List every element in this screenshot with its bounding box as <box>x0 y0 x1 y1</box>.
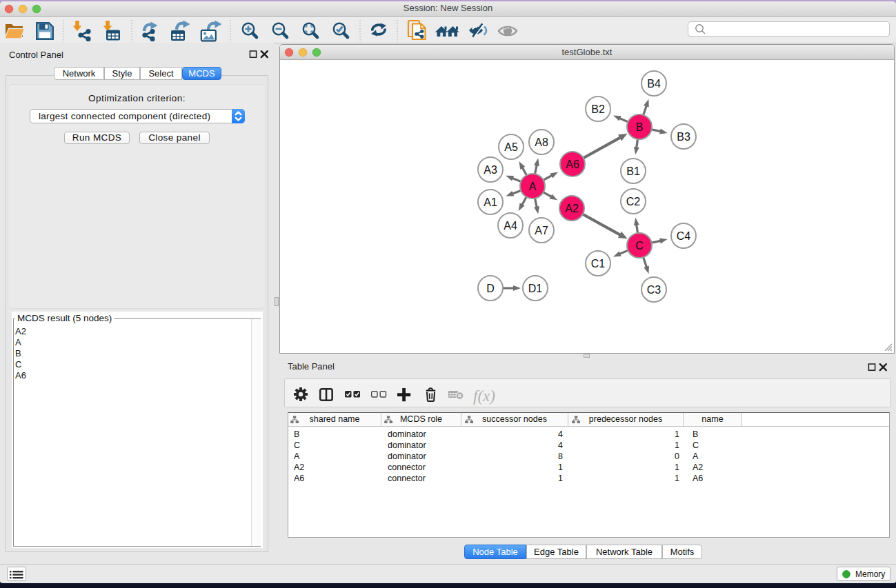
svg-text:A2: A2 <box>565 203 579 214</box>
svg-text:D: D <box>486 283 495 294</box>
svg-text:A3: A3 <box>484 164 497 176</box>
svg-text:C2: C2 <box>626 196 641 207</box>
svg-text:B2: B2 <box>591 103 605 115</box>
svg-text:A7: A7 <box>535 225 548 236</box>
svg-text:A5: A5 <box>504 141 518 153</box>
svg-text:D1: D1 <box>528 283 543 294</box>
svg-text:A1: A1 <box>484 196 497 208</box>
svg-text:B: B <box>636 121 644 133</box>
svg-text:C3: C3 <box>647 284 661 296</box>
svg-text:C4: C4 <box>677 230 691 242</box>
svg-text:A6: A6 <box>566 159 579 170</box>
svg-text:B4: B4 <box>647 78 661 90</box>
svg-text:f(x): f(x) <box>473 387 495 405</box>
svg-text:A4: A4 <box>504 220 517 232</box>
svg-text:B3: B3 <box>677 131 690 143</box>
svg-text:C1: C1 <box>591 258 606 270</box>
svg-text:A: A <box>529 181 537 192</box>
svg-text:B1: B1 <box>626 165 640 177</box>
svg-text:A8: A8 <box>535 136 548 148</box>
svg-text:C: C <box>635 240 644 252</box>
